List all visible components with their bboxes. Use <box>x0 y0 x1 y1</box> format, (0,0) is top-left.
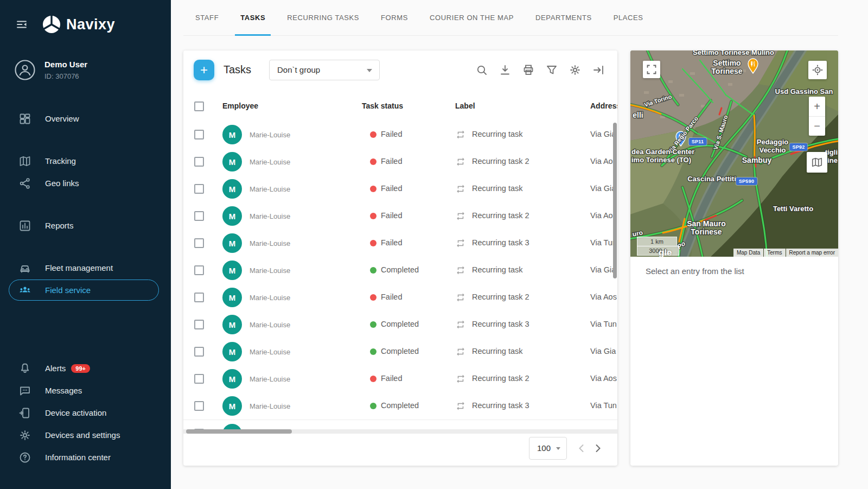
employee-name: Marie-Louise <box>250 239 290 247</box>
column-header-address[interactable]: Address <box>590 101 617 110</box>
select-all-checkbox[interactable] <box>194 101 204 111</box>
table-row-partial[interactable] <box>183 420 617 429</box>
zoom-control: + − <box>809 97 825 136</box>
table-row[interactable]: MMarie-LouiseFailedRecurring task 3Via T… <box>183 230 617 257</box>
collapse-menu-icon[interactable] <box>15 18 29 32</box>
table-row[interactable]: MMarie-LouiseFailedRecurring task 2Via A… <box>183 284 617 312</box>
print-icon[interactable] <box>522 63 535 77</box>
employee-avatar: M <box>222 179 242 199</box>
table-row[interactable]: MMarie-LouiseCompletedRecurring taskVia … <box>183 338 617 366</box>
tab-forms[interactable]: FORMS <box>375 0 413 35</box>
row-checkbox[interactable] <box>194 374 204 384</box>
map-scale-ft: 3000 ft <box>637 246 679 256</box>
map-attribution-link[interactable]: Report a map error <box>786 249 838 257</box>
task-status: Completed <box>381 320 419 328</box>
row-checkbox[interactable] <box>194 211 204 221</box>
row-checkbox[interactable] <box>194 320 204 329</box>
next-page-button[interactable] <box>591 442 604 455</box>
repeat-icon <box>456 130 465 139</box>
status-dot <box>370 131 376 138</box>
horizontal-scrollbar[interactable] <box>183 429 617 434</box>
tab-recurring-tasks[interactable]: RECURRING TASKS <box>282 0 365 35</box>
task-address: Via Gia <box>590 184 616 193</box>
row-checkbox[interactable] <box>194 157 204 167</box>
employee-name: Marie-Louise <box>250 212 290 220</box>
table-row[interactable]: MMarie-LouiseFailedRecurring taskVia Gia <box>183 121 617 149</box>
row-checkbox[interactable] <box>194 265 204 275</box>
table-row[interactable]: MMarie-LouiseCompletedRecurring task 3Vi… <box>183 311 617 339</box>
repeat-icon <box>456 347 465 357</box>
horizontal-scrollbar-thumb[interactable] <box>186 429 292 434</box>
status-dot <box>370 348 376 355</box>
sidebar-item-field-service[interactable]: Field service <box>9 280 159 301</box>
sidebar-item-reports[interactable]: Reports <box>9 215 159 236</box>
download-icon[interactable] <box>499 63 512 77</box>
status-dot <box>370 240 376 246</box>
row-checkbox[interactable] <box>194 130 204 139</box>
zoom-out-button[interactable]: − <box>809 116 825 136</box>
map-label: San Mauro <box>687 219 726 228</box>
task-label: Recurring task 3 <box>472 401 529 410</box>
search-icon[interactable] <box>475 63 488 77</box>
task-status: Failed <box>381 211 403 220</box>
map-attribution-link[interactable]: Map Data <box>733 249 763 257</box>
table-row[interactable]: MMarie-LouiseFailedRecurring taskVia Gia <box>183 175 617 203</box>
add-task-button[interactable]: + <box>194 60 214 80</box>
task-label: Recurring task 2 <box>472 293 529 301</box>
sidebar-item-geo-links[interactable]: Geo links <box>9 173 159 194</box>
column-header-employee[interactable]: Employee <box>222 101 258 110</box>
employee-avatar <box>222 424 242 429</box>
employee-avatar: M <box>222 315 242 334</box>
table-row[interactable]: MMarie-LouiseFailedRecurring task 2Via A… <box>183 202 617 230</box>
repeat-icon <box>456 184 465 194</box>
row-checkbox[interactable] <box>194 347 204 357</box>
sidebar-item-alerts[interactable]: Alerts99+ <box>9 358 159 379</box>
map[interactable]: Settimo Torinese MulinoSettimoTorineseUs… <box>630 50 838 257</box>
group-by-select[interactable]: Don`t group <box>269 60 380 80</box>
employee-name: Marie-Louise <box>250 131 290 139</box>
zoom-in-button[interactable]: + <box>809 97 825 116</box>
settings-icon[interactable] <box>569 63 582 77</box>
sidebar-item-tracking[interactable]: Tracking <box>9 150 159 172</box>
row-checkbox[interactable] <box>194 238 204 248</box>
map-type-button[interactable] <box>807 152 827 173</box>
tab-courier-on-the-map[interactable]: COURIER ON THE MAP <box>424 0 519 35</box>
map-label: Torinese <box>711 67 743 75</box>
row-checkbox[interactable] <box>194 184 204 194</box>
sidebar: Navixy Demo User ID: 307076 OverviewTrac… <box>0 0 171 489</box>
table-row[interactable]: MMarie-LouiseCompletedRecurring taskVia … <box>183 257 617 284</box>
tab-places[interactable]: PLACES <box>608 0 649 35</box>
employee-avatar: M <box>222 342 242 361</box>
collapse-right-icon[interactable] <box>592 63 605 77</box>
tab-departments[interactable]: DEPARTMENTS <box>530 0 597 35</box>
column-header-task-status[interactable]: Task status <box>362 101 403 110</box>
sidebar-item-label: Reports <box>45 221 74 230</box>
sidebar-item-device-activation[interactable]: Device activation <box>9 402 159 423</box>
row-checkbox[interactable] <box>194 401 204 411</box>
user-profile[interactable]: Demo User ID: 307076 <box>0 57 171 87</box>
status-dot <box>370 267 376 274</box>
my-location-button[interactable] <box>808 61 827 79</box>
repeat-icon <box>456 320 465 329</box>
table-row[interactable]: MMarie-LouiseCompletedRecurring task 3Vi… <box>183 392 617 420</box>
table-row[interactable]: MMarie-LouiseFailedRecurring task 2Via A… <box>183 148 617 176</box>
sidebar-item-devices-and-settings[interactable]: Devices and settings <box>9 424 159 446</box>
sidebar-item-fleet-management[interactable]: Fleet management <box>9 257 159 278</box>
column-header-label[interactable]: Label <box>455 101 475 110</box>
previous-page-button[interactable] <box>575 442 588 455</box>
row-checkbox[interactable] <box>194 293 204 302</box>
map-label: elli <box>633 111 643 119</box>
fullscreen-button[interactable] <box>643 61 660 78</box>
tab-tasks[interactable]: TASKS <box>235 0 271 35</box>
toolbar-actions <box>475 63 605 77</box>
filter-icon[interactable] <box>545 63 558 77</box>
table-row[interactable]: MMarie-LouiseFailedRecurring task 2Via A… <box>183 365 617 393</box>
tab-staff[interactable]: STAFF <box>190 0 224 35</box>
vertical-scrollbar[interactable] <box>613 123 617 278</box>
task-address: Via Aos <box>590 374 617 383</box>
page-size-select[interactable]: 100 <box>529 437 567 460</box>
sidebar-item-information-center[interactable]: Information center <box>9 447 159 468</box>
sidebar-item-overview[interactable]: Overview <box>9 108 159 129</box>
map-attribution-link[interactable]: Terms <box>764 249 785 257</box>
sidebar-item-messages[interactable]: Messages <box>9 380 159 401</box>
